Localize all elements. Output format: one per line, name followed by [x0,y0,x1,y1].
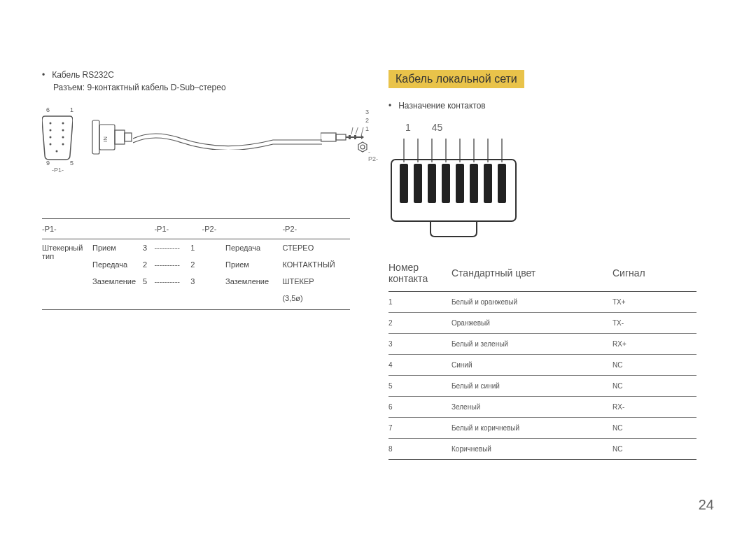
svg-rect-39 [470,164,478,203]
lan-pin-table: Номер контакта Стандартный цвет Сигнал 1… [388,258,696,460]
lan-hdr-signal: Сигнал [612,258,696,292]
plug-label-3: 3 [365,108,369,116]
plug-pin-labels: 3 2 1 [365,108,369,133]
plug-label-2: 2 [365,116,369,125]
svg-point-2 [50,129,52,132]
svg-line-22 [361,127,364,136]
hdr-p1b: -P1- [154,219,190,239]
hex-nut-icon [357,141,368,155]
rowhead-label: Штекерный тип [42,239,92,310]
svg-rect-17 [349,135,351,139]
svg-rect-36 [428,164,436,203]
hdr-p2a: -P2- [202,219,225,239]
svg-line-21 [356,127,358,134]
table-row: 3Белый и зеленыйRX+ [388,334,696,355]
svg-rect-12 [115,130,125,144]
table-row: 2ОранжевыйTX- [388,313,696,334]
cable-line-icon [133,132,322,143]
dsub-pin-5: 5 [70,160,74,167]
svg-rect-41 [498,164,506,203]
rj45-top-labels: 1 45 [400,122,442,133]
svg-rect-37 [442,164,450,203]
table-row: 8КоричневыйNC [388,439,696,460]
page-number: 24 [699,497,714,513]
svg-rect-18 [354,135,356,139]
p1-label: -P1- [52,167,64,174]
svg-point-5 [62,136,64,139]
lan-title: Кабель локальной сети [388,70,524,88]
svg-rect-34 [400,164,408,203]
svg-point-8 [56,150,58,153]
dsub-pin-6: 6 [46,106,50,113]
svg-text:IN: IN [102,136,108,142]
plug-label-1: 1 [365,125,369,133]
svg-point-7 [62,143,64,146]
dsub-face-icon [42,113,73,167]
rj45-label-1: 1 [405,122,411,133]
left-column: Кабель RS232C Разъем: 9-контактный кабел… [42,70,354,506]
dsub-pin-1: 1 [70,106,74,113]
table-row: 1Белый и оранжевыйTX+ [388,292,696,313]
svg-point-3 [62,129,64,132]
svg-rect-13 [125,133,132,141]
rs232-sub: Разъем: 9-контактный кабель D-Sub–стерео [53,83,354,92]
svg-rect-38 [456,164,464,203]
lan-hdr-color: Стандартный цвет [451,258,612,292]
svg-rect-35 [414,164,422,203]
svg-rect-33 [391,160,516,221]
cable-diagram: 6 1 9 5 -P1- IN [42,106,336,197]
table-row: 6ЗеленыйRX- [388,397,696,418]
svg-line-20 [351,127,353,134]
table-row: 7Белый и коричневыйNC [388,418,696,439]
svg-point-1 [62,122,64,125]
svg-rect-15 [336,134,346,140]
table-header-row: -P1- -P1- -P2- -P2- [42,219,350,239]
svg-point-4 [50,136,52,139]
dsub-side-icon: IN [91,119,133,158]
lan-hdr-pin: Номер контакта [388,258,451,292]
rs232-bullet: Кабель RS232C [42,70,354,80]
p2-label: -P2- [368,148,378,162]
hdr-p2b: -P2- [282,219,350,239]
table-row: Штекерный тип Прием 3 ---------- 1 Перед… [42,239,350,257]
table-row: 5Белый и синийNC [388,376,696,397]
table-row: 4СинийNC [388,355,696,376]
svg-rect-14 [321,133,336,141]
lan-bullet: Назначение контактов [388,101,700,111]
svg-point-0 [50,122,52,125]
svg-rect-9 [92,120,99,154]
svg-marker-23 [358,142,367,152]
svg-marker-19 [361,135,364,139]
rj45-diagram: 1 45 [388,122,542,241]
rs232-pin-table: -P1- -P1- -P2- -P2- Штекерный тип Прием … [42,218,350,310]
right-column: Кабель локальной сети Назначение контакт… [388,70,700,506]
dsub-pin-9: 9 [46,160,50,167]
rj45-connector-icon [388,139,522,245]
rj45-label-45: 45 [432,122,443,133]
svg-point-6 [50,143,52,146]
hdr-p1a: -P1- [42,219,92,239]
svg-point-24 [360,145,365,149]
svg-rect-40 [484,164,492,203]
lan-header-row: Номер контакта Стандартный цвет Сигнал [388,258,696,292]
